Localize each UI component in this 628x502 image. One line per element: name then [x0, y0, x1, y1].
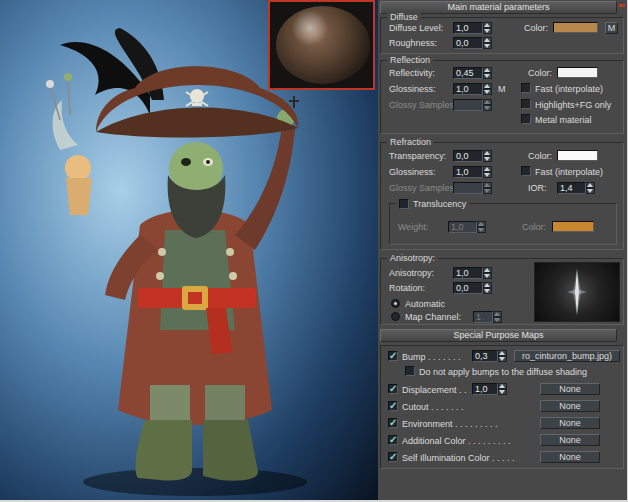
environment-checkbox[interactable]	[388, 418, 398, 428]
glossy-samples-spinner	[483, 99, 492, 111]
reflection-group-title: Reflection	[387, 55, 433, 66]
reflection-glossiness-map[interactable]: M	[498, 84, 506, 95]
rollout-special-header[interactable]: Special Purpose Maps	[380, 329, 617, 342]
anisotropy-preview	[534, 262, 620, 322]
reflectivity-input[interactable]	[453, 67, 483, 79]
weight-label: Weight:	[398, 222, 428, 233]
displacement-checkbox[interactable]	[388, 384, 398, 394]
refraction-glossy-samples-spinner	[483, 182, 492, 194]
bump-amount-spinner[interactable]	[498, 350, 507, 362]
refraction-glossy-samples-label: Glossy Samples:	[389, 183, 457, 194]
metal-material-label: Metal material	[535, 115, 592, 126]
diffuse-group-title: Diffuse	[387, 12, 421, 23]
anisotropy-spinner[interactable]	[483, 267, 492, 279]
diffuse-group: Diffuse Diffuse Level: Color: M Roughnes…	[380, 17, 624, 54]
refraction-glossy-samples-input	[453, 182, 483, 194]
roughness-label: Roughness:	[389, 38, 437, 49]
bump-amount-input[interactable]	[472, 350, 498, 362]
reflection-glossiness-input[interactable]	[453, 83, 483, 95]
refraction-group-title: Refraction	[387, 137, 434, 148]
cutout-map-button[interactable]: None	[540, 400, 600, 412]
anisotropy-input[interactable]	[453, 267, 483, 279]
reflection-group: Reflection Reflectivity: Color: Glossine…	[380, 60, 624, 134]
refraction-fast-interpolate-checkbox[interactable]	[521, 166, 531, 176]
fast-interpolate-checkbox[interactable]	[521, 83, 531, 93]
reflection-glossiness-spinner[interactable]	[483, 83, 492, 95]
refraction-fast-interpolate-label: Fast (interpolate)	[535, 167, 603, 178]
map-channel-radio[interactable]	[391, 312, 400, 321]
displacement-amount-spinner[interactable]	[498, 383, 507, 395]
refraction-glossiness-spinner[interactable]	[483, 166, 492, 178]
roughness-input[interactable]	[453, 37, 483, 49]
diffuse-color-swatch[interactable]	[553, 22, 598, 33]
automatic-label: Automatic	[405, 299, 445, 310]
rotation-input[interactable]	[453, 282, 483, 294]
cutout-label: Cutout . . . . . . .	[402, 402, 464, 413]
translucency-legend: Translucency	[396, 198, 469, 210]
anisotropy-group-title: Anisotropy:	[387, 253, 438, 264]
glossy-samples-label: Glossy Samples:	[389, 100, 457, 111]
anisotropy-label: Anisotropy:	[389, 268, 434, 279]
refraction-group: Refraction Transparency: Color: Glossine…	[380, 142, 624, 250]
highlights-fg-checkbox[interactable]	[521, 99, 531, 109]
bump-map-button[interactable]: ro_cinturon_bump.jpg)	[514, 350, 620, 362]
displacement-amount-input[interactable]	[472, 383, 498, 395]
refraction-glossiness-label: Glossiness:	[389, 167, 436, 178]
refraction-color-swatch[interactable]	[557, 150, 598, 161]
environment-map-button[interactable]: None	[540, 417, 600, 429]
map-channel-label: Map Channel:	[405, 312, 461, 323]
scroll-indicator[interactable]	[619, 4, 625, 7]
self-illumination-map-button[interactable]: None	[540, 451, 600, 463]
additional-color-map-button[interactable]: None	[540, 434, 600, 446]
metal-material-checkbox[interactable]	[521, 114, 531, 124]
fast-interpolate-label: Fast (interpolate)	[535, 84, 603, 95]
translucency-title: Translucency	[413, 199, 466, 209]
diffuse-level-spinner[interactable]	[483, 22, 492, 34]
ior-input[interactable]	[557, 182, 586, 194]
ior-spinner[interactable]	[586, 182, 595, 194]
displacement-label: Displacement . . .	[402, 385, 470, 396]
translucency-checkbox[interactable]	[399, 199, 409, 209]
refraction-glossiness-input[interactable]	[453, 166, 483, 178]
rotation-spinner[interactable]	[483, 282, 492, 294]
anisotropy-group: Anisotropy: Anisotropy: Rotation: Automa…	[380, 258, 624, 325]
highlights-fg-label: Highlights+FG only	[535, 100, 611, 111]
translucency-group: Translucency Weight: Color:	[389, 203, 617, 245]
bump-note-label: Do not apply bumps to the diffuse shadin…	[419, 367, 587, 378]
bump-label: Bump . . . . . . .	[402, 352, 470, 363]
self-illumination-checkbox[interactable]	[388, 452, 398, 462]
material-preview-sphere	[276, 6, 370, 84]
reflection-glossiness-label: Glossiness:	[389, 84, 436, 95]
anisotropy-highlight-graphic	[535, 263, 619, 321]
glossy-samples-input	[453, 99, 483, 111]
screenshot-root: Main material parameters Diffuse Diffuse…	[0, 0, 628, 502]
reflectivity-label: Reflectivity:	[389, 68, 435, 79]
additional-color-label: Additional Color . . . . . . . . .	[402, 436, 511, 447]
weight-input	[448, 221, 477, 233]
transparency-label: Transparency:	[389, 151, 446, 162]
cutout-checkbox[interactable]	[388, 401, 398, 411]
translucency-color-swatch[interactable]	[552, 221, 594, 232]
automatic-radio[interactable]	[391, 299, 400, 308]
bump-checkbox[interactable]	[388, 351, 398, 361]
transparency-spinner[interactable]	[483, 150, 492, 162]
reflectivity-spinner[interactable]	[483, 67, 492, 79]
transparency-input[interactable]	[453, 150, 483, 162]
bump-note-checkbox[interactable]	[405, 366, 415, 376]
displacement-map-button[interactable]: None	[540, 383, 600, 395]
map-channel-spinner	[493, 311, 502, 323]
reflection-color-swatch[interactable]	[557, 67, 598, 78]
translucency-color-label: Color:	[522, 222, 546, 233]
roughness-spinner[interactable]	[483, 37, 492, 49]
character-render	[0, 0, 378, 500]
self-illumination-label: Self Illumination Color . . . . .	[402, 453, 515, 464]
diffuse-map-button[interactable]: M	[605, 22, 618, 34]
diffuse-level-label: Diffuse Level:	[389, 23, 443, 34]
material-preview-slot[interactable]	[268, 0, 375, 90]
diffuse-level-input[interactable]	[453, 22, 483, 34]
weight-spinner	[477, 221, 486, 233]
map-channel-input	[473, 311, 493, 323]
additional-color-checkbox[interactable]	[388, 435, 398, 445]
diffuse-color-label: Color:	[524, 23, 548, 34]
material-parameters-panel: Main material parameters Diffuse Diffuse…	[378, 0, 627, 500]
